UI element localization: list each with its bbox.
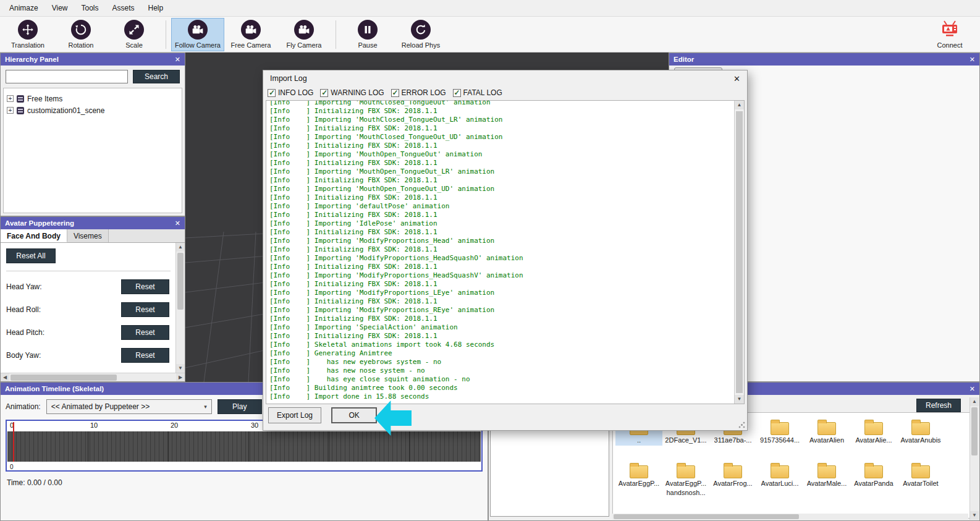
scroll-up-icon[interactable]: ▲ — [970, 397, 979, 406]
animation-select[interactable]: << Animated by Puppeteer >> ▾ — [46, 399, 212, 414]
scrollbar-thumb[interactable] — [971, 407, 978, 455]
dialog-title: Import Log — [270, 74, 307, 83]
puppet-row-head-pitch: Head Pitch:Reset — [6, 325, 175, 340]
avatar-puppeteering-title: Avatar Puppeteering — [5, 219, 74, 227]
scrollbar-thumb[interactable] — [177, 253, 184, 310]
scrollbar-thumb[interactable] — [736, 111, 743, 393]
tool-free-camera[interactable]: Free Camera — [224, 18, 277, 51]
puppeteering-rows: Head Yaw:ResetHead Roll:ResetHead Pitch:… — [6, 279, 175, 363]
reset-all-button[interactable]: Reset All — [6, 248, 56, 263]
tool-label: Translation — [11, 41, 44, 49]
tab-visemes[interactable]: Visemes — [67, 229, 109, 242]
close-icon[interactable]: ✕ — [733, 74, 740, 83]
checkbox-box[interactable] — [320, 89, 328, 97]
tool-rotation[interactable]: Rotation — [54, 18, 108, 51]
tool-label: Scale — [125, 41, 143, 49]
checkbox-warning-log[interactable]: WARNING LOG — [320, 88, 384, 97]
expand-plus-icon[interactable]: + — [7, 95, 14, 102]
editor-panel-header: Editor ✕ — [669, 53, 979, 66]
reset-button-body-yaw[interactable]: Reset — [121, 348, 169, 363]
scrollbar-thumb[interactable] — [614, 514, 799, 519]
tree-item-free-items[interactable]: +Free Items — [7, 93, 179, 104]
checkbox-box[interactable] — [268, 89, 276, 97]
folder-label: AvatarToilet — [903, 480, 938, 488]
reset-button-head-roll[interactable]: Reset — [121, 302, 169, 317]
ruler-tick-band[interactable] — [7, 431, 481, 462]
scroll-up-icon[interactable]: ▲ — [735, 101, 744, 109]
reset-button-head-pitch[interactable]: Reset — [121, 325, 169, 340]
menu-item-assets[interactable]: Assets — [106, 1, 142, 15]
search-button[interactable]: Search — [133, 70, 180, 83]
checkbox-box[interactable] — [391, 89, 399, 97]
resize-grip[interactable] — [738, 421, 745, 428]
scroll-up-icon[interactable]: ▲ — [176, 243, 185, 252]
checkbox-fatal-log[interactable]: FATAL LOG — [453, 88, 502, 97]
folder-avataranubis[interactable]: AvatarAnubis — [897, 417, 944, 446]
tree-item-customization01-scene[interactable]: +customization01_scene — [7, 104, 179, 116]
close-icon[interactable]: ✕ — [175, 56, 180, 63]
tool-reload-phys[interactable]: Reload Phys — [394, 18, 447, 51]
scrollbar-thumb[interactable] — [11, 375, 117, 381]
folder-avatareggp[interactable]: AvatarEggP...handsnosh... — [662, 460, 709, 498]
reset-button-head-yaw[interactable]: Reset — [121, 279, 169, 294]
tab-face-and-body[interactable]: Face And Body — [1, 229, 67, 242]
play-button[interactable]: Play — [218, 399, 262, 414]
folder-avatartoilet[interactable]: AvatarToilet — [897, 460, 944, 498]
search-input[interactable] — [6, 70, 128, 83]
close-icon[interactable]: ✕ — [969, 56, 975, 63]
expand-plus-icon[interactable]: + — [7, 107, 14, 114]
vertical-scrollbar[interactable]: ▲ ▼ — [734, 101, 744, 404]
vertical-scrollbar[interactable]: ▲ ▼ — [175, 243, 185, 373]
menu-item-tools[interactable]: Tools — [74, 1, 105, 15]
scroll-down-icon[interactable]: ▼ — [970, 511, 979, 520]
playhead[interactable] — [13, 422, 14, 462]
folder-avatarluci[interactable]: AvatarLuci... — [756, 460, 803, 498]
tool-label: Fly Camera — [287, 41, 322, 49]
log-output[interactable]: [Info ] Importing 'MouthClosed_TongueOut… — [266, 100, 745, 404]
horizontal-scrollbar[interactable]: ◀ ▶ — [1, 373, 185, 381]
tool-follow-camera[interactable]: Follow Camera — [171, 18, 224, 51]
rotation-icon — [71, 20, 91, 40]
folder-avatareggp[interactable]: AvatarEggP... — [615, 460, 662, 498]
tool-fly-camera[interactable]: Fly Camera — [277, 18, 331, 51]
menu-item-view[interactable]: View — [45, 1, 75, 15]
dialog-title-bar[interactable]: Import Log ✕ — [263, 70, 747, 87]
log-text: [Info ] Importing 'MouthClosed_TongueOut… — [266, 100, 744, 402]
folder-avataralien[interactable]: AvatarAlien — [803, 417, 850, 446]
menu-item-help[interactable]: Help — [142, 1, 171, 15]
vertical-scrollbar[interactable]: ▲ ▼ — [969, 397, 979, 520]
folder-915735644[interactable]: 915735644... — [756, 417, 803, 446]
menu-item-animaze[interactable]: Animaze — [2, 1, 45, 15]
tool-pause[interactable]: Pause — [341, 18, 394, 51]
checkbox-label: FATAL LOG — [463, 88, 502, 97]
scroll-down-icon[interactable]: ▼ — [735, 395, 744, 404]
folder-avatarpanda[interactable]: AvatarPanda — [850, 460, 897, 498]
tool-label: Reload Phys — [402, 41, 440, 49]
ok-button[interactable]: OK — [331, 407, 377, 423]
tool-label: Pause — [358, 41, 377, 49]
folder-label: AvatarEggP... — [619, 480, 659, 488]
tool-translation[interactable]: Translation — [1, 18, 54, 51]
checkbox-info-log[interactable]: INFO LOG — [268, 88, 313, 97]
folder-avatarfrog[interactable]: AvatarFrog... — [709, 460, 756, 498]
scroll-left-icon[interactable]: ◀ — [1, 373, 9, 381]
folder-avatarmale[interactable]: AvatarMale... — [803, 460, 850, 498]
animation-label: Animation: — [6, 402, 41, 411]
scroll-right-icon[interactable]: ▶ — [176, 373, 185, 381]
export-log-button[interactable]: Export Log — [268, 407, 321, 423]
close-icon[interactable]: ✕ — [969, 386, 975, 392]
tool-scale[interactable]: Scale — [108, 18, 161, 51]
close-icon[interactable]: ✕ — [175, 220, 180, 227]
refresh-button[interactable]: Refresh — [916, 399, 961, 412]
folder-label: AvatarAlien — [809, 436, 844, 444]
folder-avataralie[interactable]: AvatarAlie... — [850, 417, 897, 446]
ruler-zero-label: 0 — [10, 464, 14, 470]
folder-label: 2DFace_V1... — [665, 436, 706, 444]
editor-panel-title: Editor — [674, 56, 694, 63]
tool-connect[interactable]: Connect — [928, 18, 971, 51]
checkbox-error-log[interactable]: ERROR LOG — [391, 88, 446, 97]
horizontal-scrollbar[interactable] — [612, 514, 968, 520]
checkbox-box[interactable] — [453, 89, 461, 97]
log-filter-checkboxes: INFO LOGWARNING LOGERROR LOGFATAL LOG — [263, 87, 747, 99]
scroll-down-icon[interactable]: ▼ — [176, 364, 185, 373]
